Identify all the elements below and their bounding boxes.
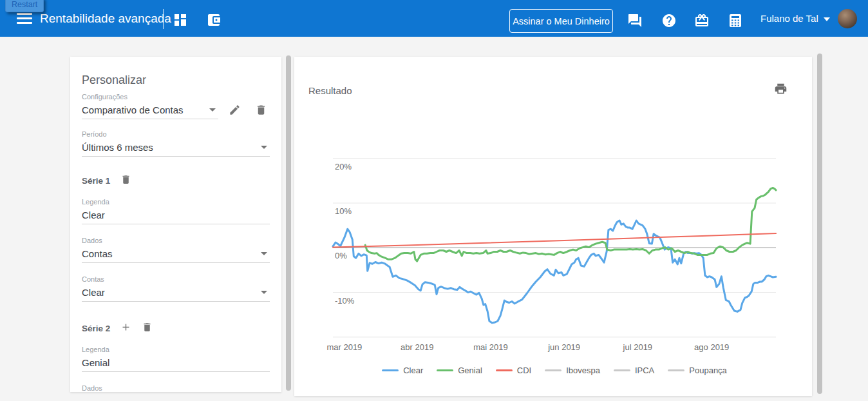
x-tick-label: ago 2019 [694,342,729,352]
plus-icon [120,322,131,333]
serie2-legenda-input[interactable]: Genial [82,353,270,372]
legend-label: Ibovespa [566,366,600,375]
calculator-button[interactable] [728,13,743,28]
legend-label: CDI [517,366,531,375]
dashboard-icon [173,12,188,28]
legend-swatch [545,369,561,371]
caret-down-icon [824,17,830,21]
legend-item-cdi[interactable]: CDI [496,366,531,375]
x-tick-label: jul 2019 [623,342,653,352]
trash-icon [120,174,131,185]
legend-item-genial[interactable]: Genial [437,366,482,375]
legend-label: Genial [458,366,482,375]
delete-serie2-button[interactable] [142,322,153,335]
chevron-down-icon [261,146,267,149]
x-tick-label: mai 2019 [473,342,507,352]
dashboard-button[interactable] [173,12,188,28]
serie1-dados-value: Contas [82,248,113,259]
legend-label: Poupança [689,366,727,375]
legend-label: Clear [403,366,423,375]
panel-title: Personalizar [82,73,270,87]
serie1-title: Série 1 [82,176,110,186]
user-name: Fulano de Tal [760,13,818,24]
chevron-down-icon [209,108,216,112]
gift-icon [694,13,710,28]
y-tick-label: -10% [335,296,355,306]
series-line-genial [365,188,776,261]
main-panel-scrollbar[interactable] [817,54,822,394]
edit-config-button[interactable] [229,104,241,117]
legend-swatch [614,369,630,371]
serie1-legenda-label: Legenda [82,198,270,206]
config-value: Comparativo de Contas [82,104,184,115]
app-window: Restart Rentabilidade avançada Assinar o… [0,0,868,401]
legend-swatch [437,369,453,371]
y-tick-label: 0% [335,251,347,260]
x-tick-label: jun 2019 [547,342,580,352]
delete-config-button[interactable] [255,104,267,117]
config-select[interactable]: Comparativo de Contas [82,101,218,119]
menu-icon [17,13,32,15]
calculator-icon [728,13,743,28]
header-divider [163,9,164,29]
legend-item-ipca[interactable]: IPCA [614,366,654,375]
profitability-line-chart: 20%10%0%-10%mar 2019abr 2019mai 2019jun … [294,57,812,396]
wallet-button[interactable] [206,12,222,28]
period-label: Período [82,130,270,138]
help-icon [661,13,677,28]
serie1-dados-label: Dados [82,237,270,244]
result-panel: Resultado 20%10%0%-10%mar 2019abr 2019ma… [294,57,812,396]
x-tick-label: abr 2019 [401,342,433,352]
hamburger-menu-button[interactable] [17,13,32,24]
y-tick-label: 20% [335,162,352,171]
period-value: Últimos 6 meses [82,142,153,153]
left-panel-scrollbar[interactable] [286,55,291,391]
legend-swatch [668,369,684,371]
customize-panel: Personalizar Configurações Comparativo d… [70,57,281,392]
serie1-contas-value: Clear [82,287,105,298]
trash-icon [142,322,153,333]
subscribe-button[interactable]: Assinar o Meu Dinheiro [509,9,613,33]
chat-button[interactable] [627,13,643,28]
legend-item-poupança[interactable]: Poupança [668,366,727,375]
chevron-down-icon [261,291,267,294]
serie2-dados-label: Dados [82,384,270,392]
serie1-dados-select[interactable]: Contas [82,244,270,263]
config-label: Configurações [82,93,270,101]
x-tick-label: mar 2019 [326,342,362,352]
serie1-legenda-input[interactable]: Clear [82,206,270,224]
serie2-legenda-value: Genial [82,357,109,368]
edit-icon [229,104,241,116]
legend-swatch [382,369,399,371]
chart-legend: ClearGenialCDIIbovespaIPCAPoupança [333,366,776,375]
avatar [838,9,857,28]
delete-serie1-button[interactable] [120,174,131,187]
help-button[interactable] [661,13,677,28]
user-menu[interactable]: Fulano de Tal [760,0,857,37]
series-line-cdi [333,233,776,248]
page-title: Rentabilidade avançada [40,0,171,37]
chat-icon [627,13,643,28]
legend-item-clear[interactable]: Clear [382,366,423,375]
legend-item-ibovespa[interactable]: Ibovespa [545,366,600,375]
app-header: Rentabilidade avançada Assinar o Meu Din… [0,0,868,37]
y-tick-label: 10% [335,206,352,216]
serie2-legenda-label: Legenda [82,346,270,353]
gift-button[interactable] [694,13,710,28]
trash-icon [255,104,267,116]
legend-label: IPCA [635,366,654,375]
add-serie-button[interactable] [120,322,131,335]
restart-badge[interactable]: Restart [5,0,44,12]
serie1-contas-select[interactable]: Clear [82,283,270,302]
serie2-title: Série 2 [82,324,110,333]
legend-swatch [496,369,513,371]
wallet-icon [206,12,222,28]
serie1-contas-label: Contas [82,275,270,283]
serie1-legenda-value: Clear [82,210,105,220]
period-select[interactable]: Últimos 6 meses [82,138,270,157]
chevron-down-icon [261,252,267,255]
